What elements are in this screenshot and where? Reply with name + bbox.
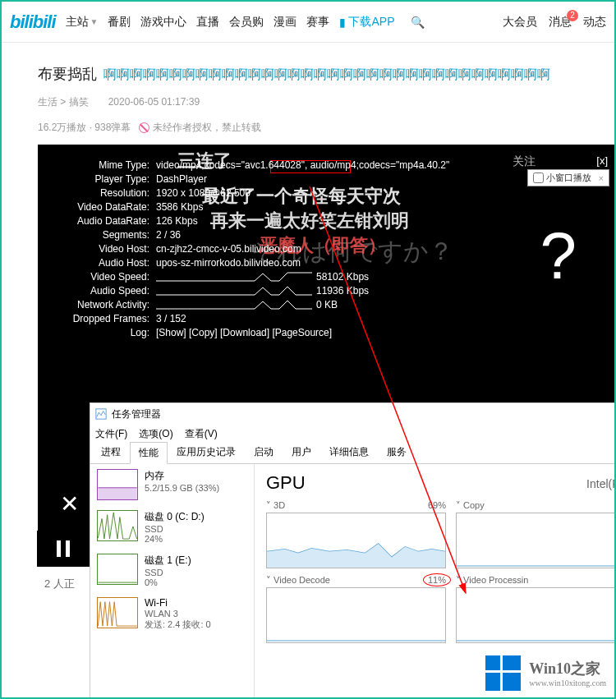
nav-vip[interactable]: 大会员 (503, 15, 537, 30)
svg-rect-1 (66, 540, 70, 557)
stat-label: Mime Type: (49, 159, 156, 171)
tab-details[interactable]: 详细信息 (320, 441, 378, 463)
pause-icon (56, 540, 71, 557)
chart-copy[interactable]: ˅ Copy (456, 500, 616, 568)
taskmgr-sidebar: 内存5.2/15.9 GB (33%) 磁盘 0 (C: D:)SSD24% 磁… (90, 464, 255, 699)
phone-icon: ▮ (339, 16, 346, 29)
stat-value: 126 Kbps (156, 215, 593, 227)
menu-view[interactable]: 查看(V) (185, 427, 218, 441)
svg-rect-0 (57, 540, 61, 557)
stat-value: 1920 x 1080@62.500 (156, 187, 593, 199)
small-window-checkbox[interactable] (533, 172, 544, 183)
nav-shop[interactable]: 会员购 (229, 15, 264, 30)
viewers-count: 2 人正 (44, 577, 75, 591)
nav-right: 大会员 消息2 动态 (503, 15, 606, 30)
stat-label: Player Type: (49, 173, 156, 185)
speed-graph (156, 271, 312, 283)
msg-badge: 2 (567, 10, 578, 21)
nav-messages[interactable]: 消息2 (549, 15, 572, 30)
menu-file[interactable]: 文件(F) (95, 427, 127, 441)
top-nav: bilibili 主站▼ 番剧 游戏中心 直播 会员购 漫画 赛事 ▮下载APP… (2, 2, 614, 43)
stat-label: Audio Speed: (49, 285, 156, 297)
tab-processes[interactable]: 进程 (92, 441, 130, 463)
stat-label: Network Activity: (49, 299, 156, 310)
stat-value: 2 / 36 (156, 229, 593, 241)
breadcrumb[interactable]: 生活 > 搞笑 2020-06-05 01:17:39 (38, 95, 590, 109)
popup-label: 小窗口播放 (546, 172, 591, 184)
tab-startup[interactable]: 启动 (245, 441, 283, 463)
sidebar-item-memory[interactable]: 内存5.2/15.9 GB (33%) (90, 464, 254, 505)
chart-video-processing[interactable]: ˅ Video Processin (456, 575, 616, 643)
stat-label: Log: (49, 327, 156, 338)
video-stats: 16.2万播放 · 938弹幕 未经作者授权，禁止转载 (38, 121, 590, 135)
video-stats-panel: Mime Type:video/mp4;codecs="avc1.644028"… (49, 159, 593, 341)
gpu-title: GPU (266, 472, 616, 494)
download-app-link[interactable]: ▮下载APP (339, 15, 394, 30)
sidebar-item-disk0[interactable]: 磁盘 0 (C: D:)SSD24% (90, 505, 254, 549)
menu-options[interactable]: 选项(O) (139, 427, 172, 441)
stat-value: cn-zjhz2-cmcc-v-05.bilivideo.com (156, 243, 593, 255)
stats-close[interactable]: [x] (596, 154, 608, 167)
speed-graph (156, 299, 312, 310)
tab-history[interactable]: 应用历史记录 (168, 441, 245, 463)
popup-close[interactable]: × (599, 173, 604, 183)
forbid-icon (139, 122, 149, 133)
nav-anime[interactable]: 番剧 (108, 15, 131, 30)
nav-dynamic[interactable]: 动态 (583, 15, 606, 30)
view-count: 16.2万播放 · 938弹幕 (38, 121, 131, 135)
sidebar-item-disk1[interactable]: 磁盘 1 (E:)SSD0% (90, 549, 254, 592)
no-repost-notice: 未经作者授权，禁止转载 (139, 121, 261, 135)
stat-label: Video DataRate: (49, 201, 156, 213)
bilibili-logo[interactable]: bilibili (10, 11, 56, 33)
taskmgr-menu: 文件(F) 选项(O) 查看(V) (90, 425, 616, 443)
small-window-popup: 小窗口播放 × (527, 169, 609, 186)
stat-value: 3 / 152 (156, 313, 593, 324)
search-icon[interactable]: 🔍 (411, 16, 425, 29)
player-pause-button[interactable] (37, 531, 90, 567)
stat-value: 3586 Kbps (156, 201, 593, 213)
nav-game[interactable]: 游戏中心 (140, 15, 186, 30)
stat-value: 11936 Kbps (316, 285, 369, 297)
player-close-icon[interactable]: ✕ (49, 484, 89, 523)
taskmgr-icon (95, 408, 107, 420)
video-title-suffix: 啊啊啊啊啊啊啊啊啊啊啊啊啊啊啊啊啊啊啊啊啊啊啊啊啊啊啊啊啊啊啊啊啊啊 (103, 67, 550, 84)
taskmgr-tabs: 进程 性能 应用历史记录 启动 用户 详细信息 服务 (90, 443, 616, 464)
video-title: 布要捣乱 (38, 64, 97, 84)
stat-value: 0 KB (316, 299, 338, 310)
nav-manga[interactable]: 漫画 (274, 15, 297, 30)
stat-label: Audio Host: (49, 257, 156, 269)
stat-value: upos-sz-mirrorkodo.bilivideo.com (156, 257, 593, 269)
highlight-circle (423, 573, 451, 586)
nav-match[interactable]: 赛事 (306, 15, 329, 30)
gpu-name: Intel(R) U (586, 477, 616, 490)
sidebar-item-wifi[interactable]: Wi-FiWLAN 3发送: 2.4 接收: 0 (90, 592, 254, 636)
svg-rect-3 (98, 488, 136, 499)
stat-value: 58102 Kbps (316, 271, 369, 283)
nav-home[interactable]: 主站▼ (66, 15, 99, 30)
stat-label: Segments: (49, 229, 156, 241)
title-row: 布要捣乱 啊啊啊啊啊啊啊啊啊啊啊啊啊啊啊啊啊啊啊啊啊啊啊啊啊啊啊啊啊啊啊啊啊啊 (38, 64, 590, 84)
log-actions[interactable]: [Show] [Copy] [Download] [PageSource] (156, 327, 593, 338)
stat-label: Video Host: (49, 243, 156, 255)
stat-label: Dropped Frames: (49, 313, 156, 324)
tab-users[interactable]: 用户 (283, 441, 320, 463)
watermark: Win10之家 www.win10xitong.com (480, 652, 611, 694)
tab-performance[interactable]: 性能 (130, 442, 168, 464)
tab-services[interactable]: 服务 (378, 441, 416, 463)
stat-label: Video Speed: (49, 271, 156, 283)
chart-3d[interactable]: ˅ 3D69% (266, 500, 446, 568)
windows-logo-icon (485, 655, 521, 691)
nav-links: 主站▼ 番剧 游戏中心 直播 会员购 漫画 赛事 ▮下载APP 🔍 (66, 15, 425, 30)
speed-graph (156, 285, 312, 297)
chevron-down-icon: ▼ (90, 17, 99, 26)
taskmgr-title-text: 任务管理器 (112, 407, 161, 421)
stat-label: Audio DataRate: (49, 215, 156, 227)
chart-video-decode[interactable]: ˅ Video Decode11% (266, 575, 446, 643)
stat-label: Resolution: (49, 187, 156, 199)
nav-live[interactable]: 直播 (196, 15, 219, 30)
taskmgr-titlebar[interactable]: 任务管理器 (90, 403, 616, 425)
